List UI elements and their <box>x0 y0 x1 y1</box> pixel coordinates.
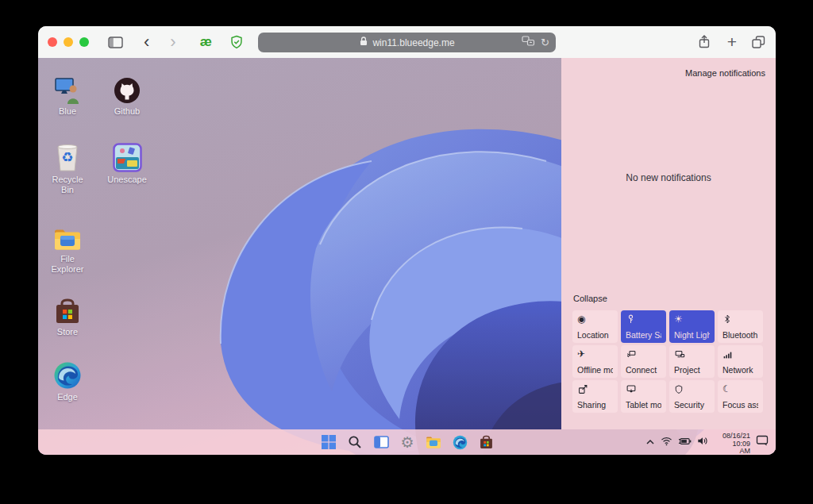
notification-panel: Manage notifications No new notification… <box>561 58 776 429</box>
tile-label: Connect <box>626 365 661 375</box>
store-button[interactable] <box>478 434 494 450</box>
zoom-window-button[interactable] <box>79 37 89 47</box>
github-icon <box>99 74 155 104</box>
security-shield-icon <box>674 383 710 394</box>
tile-label: Night Light <box>674 330 710 340</box>
share-icon[interactable] <box>697 34 711 50</box>
tile-label: Network <box>722 365 758 375</box>
translate-icon[interactable] <box>522 36 535 50</box>
tile-sharing[interactable]: Sharing <box>572 380 618 413</box>
no-notifications-text: No new notifications <box>561 172 776 183</box>
desktop-icon-recycle-bin[interactable]: ♻ Recycle Bin <box>40 142 95 195</box>
tile-security[interactable]: Security <box>669 380 715 413</box>
tile-label: Bluetooth <box>722 330 758 340</box>
taskbar-app-icons: ⚙ <box>321 429 494 455</box>
tile-label: Security <box>674 400 710 410</box>
tile-label: Tablet mode <box>626 400 661 410</box>
ae-extension-button[interactable]: æ <box>200 34 212 50</box>
adguard-shield-icon[interactable] <box>229 35 244 49</box>
browser-window: ‹ › æ win11.blueedge.me ↻ + <box>38 26 776 455</box>
store-icon <box>40 294 95 325</box>
desktop-icon-github[interactable]: Github <box>99 74 155 117</box>
file-explorer-icon <box>40 221 95 252</box>
manage-notifications-link[interactable]: Manage notifications <box>685 68 765 78</box>
desktop-icon-unescape[interactable]: Unescape <box>99 142 155 185</box>
desktop-icon-label: Recycle Bin <box>44 175 91 195</box>
desktop-icon-edge[interactable]: Edge <box>40 360 95 402</box>
project-icon <box>674 348 710 360</box>
tile-connect[interactable]: Connect <box>621 345 666 378</box>
tile-label: Location <box>577 330 613 340</box>
network-signal-icon <box>722 348 758 360</box>
tile-project[interactable]: Project <box>669 345 715 378</box>
edge-icon <box>40 360 95 390</box>
recycle-bin-icon: ♻ <box>40 142 95 172</box>
location-icon: ◉ <box>577 314 613 325</box>
quick-settings-grid: ◉ Location Battery Saver ☀ Night Light <box>572 310 763 413</box>
notification-center-icon[interactable] <box>756 435 769 449</box>
battery-saver-icon <box>626 314 661 325</box>
focus-assist-moon-icon: ☾ <box>722 383 758 394</box>
tray-meridiem: AM <box>740 447 751 454</box>
task-view-button[interactable] <box>373 434 389 450</box>
close-window-button[interactable] <box>48 37 57 47</box>
new-tab-button[interactable]: + <box>727 33 737 52</box>
night-light-icon: ☀ <box>674 314 710 325</box>
desktop-icon-label: File Explorer <box>44 254 91 275</box>
tray-expand-chevron[interactable] <box>645 435 655 449</box>
tile-label: Focus assist <box>722 400 758 410</box>
blue-app-icon <box>40 74 95 104</box>
start-button[interactable] <box>321 434 337 450</box>
taskbar: ⚙ <box>38 429 776 455</box>
desktop-icon-store[interactable]: Store <box>40 294 95 337</box>
tablet-mode-icon <box>626 383 661 394</box>
settings-button[interactable]: ⚙ <box>399 434 415 450</box>
sidebar-toggle-icon[interactable] <box>108 37 123 48</box>
unescape-app-icon <box>99 142 155 172</box>
connect-icon <box>626 348 661 360</box>
wifi-icon[interactable] <box>661 435 672 449</box>
tile-label: Project <box>674 365 710 375</box>
browser-titlebar: ‹ › æ win11.blueedge.me ↻ + <box>38 26 776 58</box>
volume-icon[interactable] <box>697 435 708 449</box>
tile-night-light[interactable]: ☀ Night Light <box>669 310 715 343</box>
bluetooth-icon <box>722 314 758 325</box>
desktop-icon-label: Github <box>104 106 150 117</box>
minimize-window-button[interactable] <box>64 37 73 47</box>
tile-offline-mode[interactable]: ✈ Offline mode <box>572 345 618 378</box>
win11-desktop: Blue Github ♻ Recycle Bin Unescape <box>38 58 776 455</box>
tile-bluetooth[interactable]: Bluetooth <box>718 310 763 343</box>
desktop-icon-label: Edge <box>44 392 91 402</box>
url-text: win11.blueedge.me <box>372 37 454 48</box>
system-tray: 08/16/21 10:09 AM <box>645 429 769 455</box>
sharing-icon <box>577 383 613 394</box>
tile-tablet-mode[interactable]: Tablet mode <box>621 380 666 413</box>
tile-battery-saver[interactable]: Battery Saver <box>621 310 666 343</box>
tile-label: Battery Saver <box>626 330 661 340</box>
tray-clock[interactable]: 08/16/21 10:09 AM <box>714 430 750 454</box>
file-explorer-button[interactable] <box>426 434 441 450</box>
desktop-icon-label: Unescape <box>104 175 150 185</box>
tile-location[interactable]: ◉ Location <box>572 310 618 343</box>
recycle-glyph: ♻ <box>40 149 95 166</box>
tray-date: 08/16/21 <box>722 432 750 440</box>
tile-label: Offline mode <box>577 365 613 375</box>
tile-label: Sharing <box>577 400 613 410</box>
airplane-icon: ✈ <box>577 348 613 360</box>
desktop-icon-blue[interactable]: Blue <box>40 74 95 117</box>
search-button[interactable] <box>347 434 363 450</box>
edge-button[interactable] <box>452 434 468 450</box>
tile-focus-assist[interactable]: ☾ Focus assist <box>718 380 763 413</box>
back-button[interactable]: ‹ <box>144 33 149 51</box>
lock-icon <box>359 36 368 50</box>
forward-button[interactable]: › <box>170 33 175 51</box>
desktop-icon-file-explorer[interactable]: File Explorer <box>40 221 95 275</box>
address-bar[interactable]: win11.blueedge.me ↻ <box>258 33 556 52</box>
tab-overview-icon[interactable] <box>751 35 766 49</box>
reload-icon[interactable]: ↻ <box>541 37 549 48</box>
collapse-link[interactable]: Collapse <box>573 294 607 303</box>
tile-network[interactable]: Network <box>718 345 763 378</box>
desktop-icon-label: Store <box>44 327 91 337</box>
battery-icon[interactable] <box>678 435 692 449</box>
tray-time: 10:09 <box>732 440 750 448</box>
